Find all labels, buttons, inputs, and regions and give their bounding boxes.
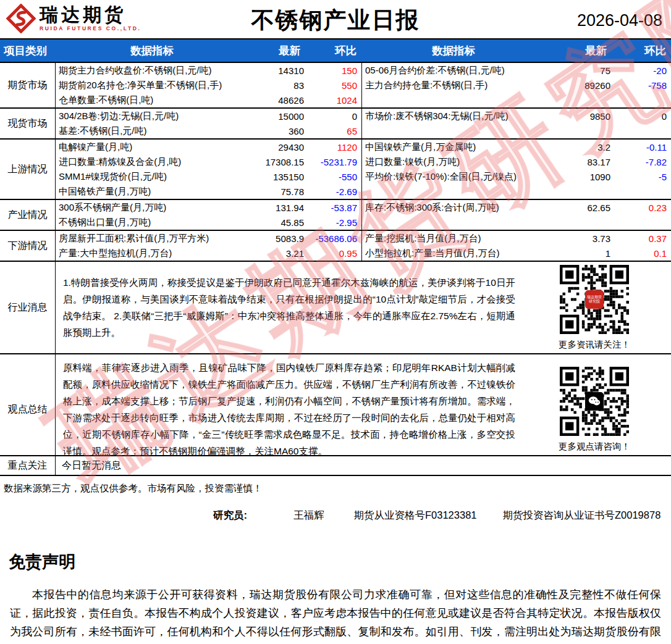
change-value: 550 [310, 80, 361, 91]
data-source-note: 数据来源第三方，观点仅供参考。市场有风险，投资需谨慎！ [0, 476, 671, 495]
latest-value: 14310 [248, 65, 310, 76]
change-value: -5 [617, 172, 671, 182]
change-value: 65 [310, 126, 361, 136]
category-label: 期货市场 [0, 63, 56, 107]
table-group: 上游情况电解镍产量(月,吨)294301120中国镍铁产量(月,万金属吨)3.2… [0, 140, 671, 200]
indicator-label: 300系不锈钢产量(月,万吨) [56, 202, 248, 214]
disclaimer-section: 免责声明 本报告中的信息均来源于公开可获得资料，瑞达期货股份有限公司力求准确可靠… [0, 551, 671, 644]
change-value: 0.1 [617, 248, 671, 259]
table-row: 电解镍产量(月,吨)294301120中国镍铁产量(月,万金属吨)3.2-0.1… [56, 140, 671, 154]
col-indicator-left: 数据指标 [56, 43, 248, 58]
table-row: 中国铬铁产量(月,万吨)75.78-2.69 [56, 184, 671, 199]
indicator-label: 电解镍产量(月,吨) [56, 141, 248, 153]
change-value: -758 [617, 80, 671, 91]
category-label: 上游情况 [0, 140, 56, 199]
change-value: -20 [617, 65, 671, 76]
latest-value: 135150 [248, 172, 310, 182]
table-row: 产量:大中型拖拉机(月,万台)3.210.95小型拖拉机:产量:当月值(月,万台… [56, 246, 671, 261]
latest-value: 3.2 [546, 142, 617, 153]
table-row: 进口数量:精炼镍及合金(月,吨)17308.15-5231.79进口数量:镍铁(… [56, 154, 671, 169]
indicator-label [361, 215, 546, 230]
col-change-right: 环比 [617, 43, 671, 58]
indicator-label: 主力合约持仓量:不锈钢(日,手) [361, 78, 546, 93]
report-date: 2026-04-08 [577, 11, 662, 30]
table-header-row: 项目类别 数据指标 最新 环比 数据指标 最新 环比 [0, 38, 671, 63]
indicator-label: 市场价:废不锈钢304:无锡(日,元/吨) [361, 109, 546, 123]
report-page: 瑞达期货 RUIDA FUTURES CO.,LTD. 不锈钢产业日报 2026… [0, 0, 671, 644]
col-indicator-right: 数据指标 [361, 43, 546, 58]
change-value: -0.11 [617, 142, 671, 153]
latest-value: 75 [546, 65, 617, 76]
latest-value: 83.17 [546, 157, 617, 167]
change-value: 0.37 [617, 233, 671, 244]
latest-value: 5083.9 [248, 233, 310, 244]
indicator-label: 基差:不锈钢(日,元/吨) [56, 125, 248, 137]
indicator-label: 仓单数量:不锈钢(日,吨) [56, 94, 248, 106]
latest-value: 9850 [546, 111, 617, 122]
disclaimer-title: 免责声明 [9, 551, 662, 573]
key-focus-text: 今日暂无消息 [56, 459, 671, 472]
indicator-label: 中国镍铁产量(月,万金属吨) [361, 140, 546, 154]
change-value: 0.23 [617, 203, 671, 213]
change-value: -53686.06 [310, 233, 361, 244]
indicator-label: SMM1#镍现货价(日,元/吨) [56, 171, 248, 183]
indicator-label: 05-06月合约价差:不锈钢(日,元/吨) [361, 63, 546, 78]
col-latest-right: 最新 [546, 43, 617, 58]
indicator-label: 304/2B卷:切边:无锡(日,元/吨) [56, 111, 248, 122]
summary-qr-area: 更多观点请咨询！ [518, 354, 671, 464]
col-change-left: 环比 [310, 43, 361, 58]
table-group: 期货市场期货主力合约收盘价:不锈钢(日,元/吨)1431015005-06月合约… [0, 63, 671, 109]
table-row: SMM1#镍现货价(日,元/吨)135150-550平均价:镍铁(7-10%):… [56, 169, 671, 184]
table-row: 期货前20名持仓:净买单量:不锈钢(日,手)83550主力合约持仓量:不锈钢(日… [56, 78, 671, 93]
latest-value: 45.85 [248, 217, 310, 228]
indicator-label: 期货主力合约收盘价:不锈钢(日,元/吨) [56, 65, 248, 77]
category-label: 产业情况 [0, 200, 56, 230]
researcher-line: 研究员: 王福辉 期货从业资格号F03123381 期货投资咨询从业证书号Z00… [0, 509, 671, 522]
latest-value: 131.94 [248, 203, 310, 213]
news-qr-caption: 更多资讯请关注！ [559, 339, 630, 351]
col-latest-left: 最新 [248, 43, 310, 58]
researcher-qualification: 期货从业资格号F03123381 [354, 509, 477, 522]
latest-value: 89260 [546, 80, 617, 91]
table-row: 仓单数量:不锈钢(日,吨)486261024 [56, 93, 671, 107]
latest-value: 360 [248, 126, 310, 136]
report-header: 瑞达期货 RUIDA FUTURES CO.,LTD. 不锈钢产业日报 2026… [0, 0, 671, 38]
latest-value: 3.21 [248, 248, 310, 259]
indicator-label: 库存:不锈钢:300系:合计(周,万吨) [361, 200, 546, 215]
change-value: -2.69 [310, 186, 361, 197]
latest-value: 62.65 [546, 203, 617, 213]
latest-value: 83 [248, 80, 310, 91]
category-label: 行业消息 [0, 262, 56, 353]
change-value: -53.87 [310, 203, 361, 213]
change-value: 0.95 [310, 248, 361, 259]
change-value: 0 [617, 111, 671, 122]
viewpoint-summary-section: 观点总结 原料端，菲律宾逐步进入雨季，且镍矿品味下降，国内镍铁厂原料库存趋紧；印… [0, 354, 671, 456]
change-value: -2.95 [310, 217, 361, 228]
researcher-certificate: 期货投资咨询从业证书号Z0019878 [503, 509, 661, 522]
change-value: 1120 [310, 142, 361, 153]
table-row: 房屋新开工面积:累计值(月,万平方米)5083.9-53686.06产量:挖掘机… [56, 231, 671, 246]
table-row: 期货主力合约收盘价:不锈钢(日,元/吨)1431015005-06月合约价差:不… [56, 63, 671, 78]
indicator-label [361, 184, 546, 199]
category-label: 观点总结 [0, 354, 56, 464]
page-title: 不锈钢产业日报 [0, 5, 671, 36]
latest-value: 17308.15 [248, 157, 310, 167]
table-row: 基差:不锈钢(日,元/吨)36065 [56, 123, 671, 138]
indicator-label: 不锈钢出口量(月,万吨) [56, 217, 248, 228]
latest-value: 1 [546, 248, 617, 259]
indicator-label [361, 123, 546, 138]
change-value: -7.82 [617, 157, 671, 167]
key-focus-section: 重点关注 今日暂无消息 [0, 456, 671, 476]
viewpoint-summary-text: 原料端，菲律宾逐步进入雨季，且镍矿品味下降，国内镍铁厂原料库存趋紧；印尼明年RK… [56, 354, 518, 464]
indicator-label: 中国铬铁产量(月,万吨) [56, 186, 248, 198]
table-row: 不锈钢出口量(月,万吨)45.85-2.95 [56, 215, 671, 230]
indicator-label [361, 93, 546, 107]
news-qr-area: 瑞达期货研究院 更多资讯请关注！ [518, 262, 671, 353]
summary-qr-caption: 更多观点请咨询！ [559, 441, 630, 453]
latest-value: 1090 [546, 172, 617, 182]
change-value: 150 [310, 65, 361, 76]
wechat-icon [585, 392, 604, 411]
researcher-label: 研究员: [213, 509, 247, 522]
change-value: 0 [310, 111, 361, 122]
col-category: 项目类别 [0, 43, 56, 58]
